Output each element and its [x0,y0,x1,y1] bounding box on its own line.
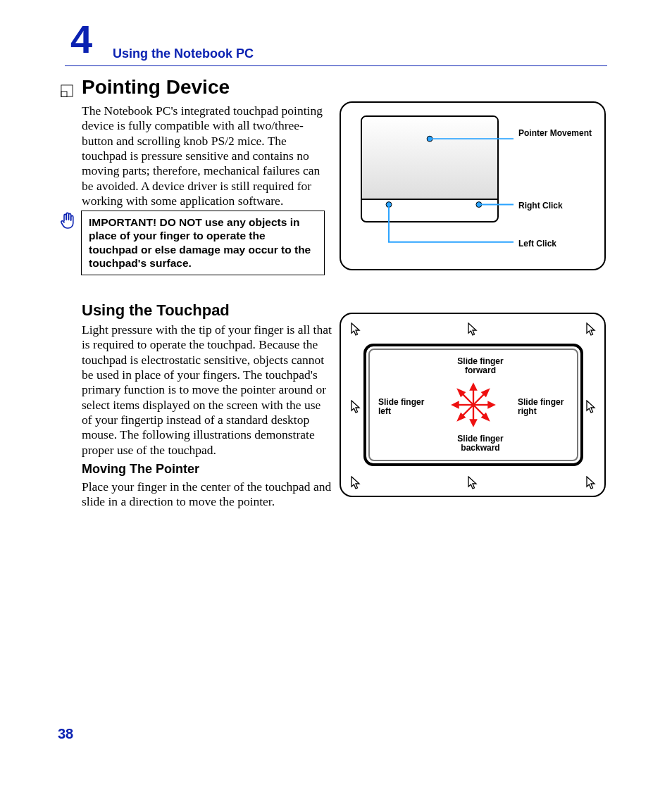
page-number: 38 [58,726,73,742]
chapter-rule [65,65,607,66]
chapter-number: 4 [70,20,92,59]
figure-move-pointer: Slide finger forward Slide finger backwa… [340,313,606,497]
cursor-icon [468,322,478,337]
svg-line-15 [473,393,485,405]
important-callout: IMPORTANT! DO NOT use any objects in pla… [81,211,325,275]
cursor-icon [351,476,361,490]
touchpad-surface: Slide finger forward Slide finger backwa… [363,344,583,466]
label-slide-forward: Slide finger forward [449,357,512,375]
svg-line-19 [473,405,485,417]
label-slide-backward: Slide finger backward [449,434,512,453]
chapter-title: Using the Notebook PC [113,46,254,61]
paragraph-using-touchpad: Light pressure with the tip of your fing… [82,322,334,458]
figure-touchpad-overview: Pointer Movement Right Click Left Click [340,101,606,270]
paragraph-moving-pointer: Place your finger in the center of the t… [82,479,334,510]
cursor-icon [351,322,361,337]
cursor-icon [586,476,596,490]
cursor-icon [351,400,361,414]
stop-hand-icon [60,211,77,231]
svg-marker-12 [453,402,459,408]
label-pointer-movement: Pointer Movement [518,129,596,138]
heading-using-touchpad: Using the Touchpad [82,301,230,320]
label-slide-left: Slide finger left [378,398,435,416]
heading-moving-pointer: Moving The Pointer [82,462,199,477]
label-right-click: Right Click [518,201,563,211]
paragraph-pointing-device: The Notebook PC's integrated touchpad po… [82,104,334,208]
label-slide-right: Slide finger right [518,398,574,416]
svg-line-21 [461,405,473,417]
heading-pointing-device: Pointing Device [82,76,230,99]
cursor-icon [586,322,596,337]
section-icon [61,84,73,97]
svg-marker-14 [488,402,494,408]
important-text: IMPORTANT! DO NOT use any objects in pla… [89,216,311,269]
svg-marker-8 [471,384,476,390]
page: 4 Using the Notebook PC Pointing Device … [0,0,672,809]
svg-marker-10 [471,420,476,425]
cursor-icon [468,476,478,490]
svg-line-17 [461,393,473,405]
cursor-icon [586,400,596,414]
label-left-click: Left Click [518,239,556,249]
